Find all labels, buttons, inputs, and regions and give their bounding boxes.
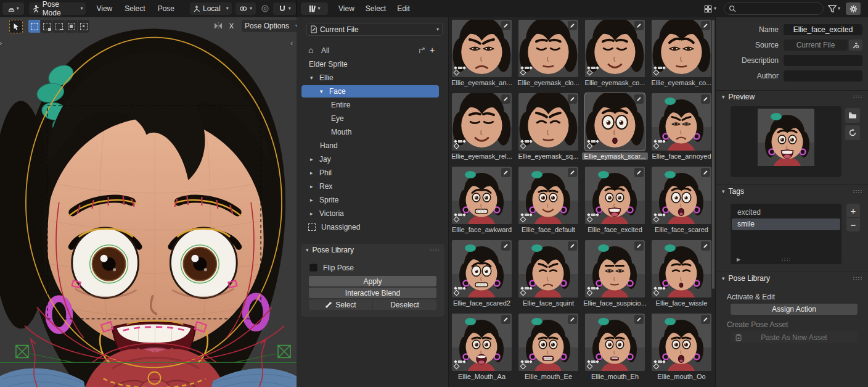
list-resize-grip[interactable]: [781, 258, 790, 262]
asset-action-overlay-icon: [521, 287, 532, 295]
catalog-item-face[interactable]: ▾Face: [297, 85, 449, 98]
asset-thumbnail[interactable]: [585, 167, 645, 224]
viewport-menu-select[interactable]: Select: [119, 0, 150, 17]
asset-thumbnail[interactable]: [518, 93, 578, 151]
active-tool-button[interactable]: [9, 20, 23, 33]
asset-thumbnail[interactable]: [518, 314, 578, 371]
asset-thumbnail[interactable]: [452, 20, 512, 77]
panel-drag-grip[interactable]: [853, 95, 862, 99]
viewport-canvas[interactable]: X Pose Options ▾ › ‹: [0, 17, 297, 387]
preview-panel-header[interactable]: ▾ Preview: [722, 93, 862, 101]
preview-refresh-button[interactable]: [845, 125, 860, 140]
tree-expanded-icon[interactable]: ▾: [310, 75, 318, 81]
source-tools-button[interactable]: [849, 40, 862, 51]
catalog-item-elder-sprite[interactable]: Elder Sprite: [297, 58, 449, 70]
catalog-item-phil[interactable]: ▸Phil: [297, 167, 449, 179]
asset-thumbnail[interactable]: [585, 314, 645, 371]
pose-library-panel-header[interactable]: ▾ Pose Library: [301, 244, 444, 256]
deselect-bones-button[interactable]: Deselect: [373, 299, 436, 310]
select-bones-button[interactable]: Select: [309, 299, 372, 310]
tree-collapsed-icon[interactable]: ▸: [310, 210, 318, 217]
asset-thumbnail[interactable]: [652, 20, 711, 77]
author-field[interactable]: [784, 70, 862, 81]
proportional-editing-icon[interactable]: [261, 4, 269, 13]
asset-action-overlay-icon: [588, 214, 599, 222]
display-settings-button[interactable]: ▾: [702, 2, 719, 15]
asset-thumbnail[interactable]: [585, 240, 645, 298]
snap-dropdown[interactable]: ▾: [273, 2, 296, 15]
asset-thumbnail[interactable]: [452, 240, 512, 298]
viewport-menu-view[interactable]: View: [91, 0, 118, 17]
mode-dropdown[interactable]: Pose Mode ▾: [29, 2, 86, 15]
transform-orientation-dropdown[interactable]: Local ▾: [190, 2, 232, 15]
browser-menu-edit[interactable]: Edit: [391, 0, 416, 17]
pivot-point-dropdown[interactable]: ▾: [235, 2, 256, 15]
asset-thumbnail[interactable]: [585, 20, 645, 77]
panel-drag-grip[interactable]: [853, 189, 862, 193]
add-catalog-button[interactable]: +: [430, 45, 435, 55]
preview-load-button[interactable]: [845, 108, 860, 123]
catalog-item-unassigned[interactable]: Unassigned: [297, 221, 449, 233]
tag-remove-button[interactable]: −: [846, 218, 860, 231]
mirror-x-toggle[interactable]: X: [226, 20, 237, 31]
flip-pose-checkbox[interactable]: [309, 263, 318, 272]
browser-menu-select[interactable]: Select: [360, 0, 391, 17]
catalog-item-mouth[interactable]: Mouth: [297, 126, 449, 138]
filter-button[interactable]: ▾: [828, 5, 840, 13]
region-collapse-right-icon[interactable]: ‹: [290, 38, 293, 48]
asset-thumbnail[interactable]: [652, 314, 711, 371]
tags-filter-expand-icon[interactable]: ▶: [737, 257, 740, 262]
assign-action-button[interactable]: Assign Action: [731, 304, 858, 315]
asset-thumbnail[interactable]: [585, 93, 645, 151]
viewport-menu-pose[interactable]: Pose: [152, 0, 180, 17]
name-field[interactable]: Ellie_face_excited: [784, 24, 862, 35]
asset-thumbnail[interactable]: [652, 167, 711, 224]
select-box-intersect-button[interactable]: [78, 20, 89, 33]
tag-add-button[interactable]: +: [846, 204, 860, 217]
catalog-item-jay[interactable]: ▸Jay: [297, 153, 449, 165]
select-box-subtract-button[interactable]: [53, 20, 65, 33]
region-expand-left-icon[interactable]: ›: [0, 38, 2, 48]
panel-drag-grip[interactable]: [853, 277, 862, 280]
tree-expanded-icon[interactable]: ▾: [320, 88, 328, 94]
catalog-item-ellie[interactable]: ▾Ellie: [297, 72, 449, 84]
panel-drag-grip[interactable]: [430, 248, 440, 252]
select-box-invert-button[interactable]: [65, 20, 77, 33]
tree-collapsed-icon[interactable]: ▸: [310, 170, 318, 176]
tree-collapsed-icon[interactable]: ▸: [310, 183, 318, 189]
tree-collapsed-icon[interactable]: ▸: [310, 197, 318, 203]
catalog-item-sprite[interactable]: ▸Sprite: [297, 194, 449, 206]
search-box[interactable]: [724, 2, 824, 15]
asset-thumbnail[interactable]: [518, 20, 578, 77]
select-box-new-button[interactable]: [28, 20, 40, 33]
catalog-item-victoria[interactable]: ▸Victoria: [297, 207, 449, 220]
asset-thumbnail[interactable]: [518, 240, 578, 298]
asset-thumbnail[interactable]: [452, 93, 512, 151]
tag-item-smile[interactable]: smile: [732, 218, 840, 230]
catalog-item-eye[interactable]: Eye: [297, 112, 449, 125]
editor-type-button[interactable]: ▾: [2, 2, 24, 15]
asset-editor-type-button[interactable]: ▾: [301, 2, 328, 15]
asset-thumbnail[interactable]: [452, 314, 512, 371]
search-input[interactable]: [739, 4, 814, 14]
description-field[interactable]: [784, 55, 862, 66]
pose-options-dropdown[interactable]: Pose Options ▾: [242, 20, 297, 32]
interactive-blend-button[interactable]: Interactive Blend: [309, 288, 436, 298]
catalog-item-all[interactable]: ⌂All+: [297, 44, 449, 57]
pose-mirror-x-icon[interactable]: [213, 21, 223, 31]
catalog-item-rex[interactable]: ▸Rex: [297, 180, 449, 193]
tree-collapsed-icon[interactable]: ▸: [310, 156, 318, 162]
browser-settings-button[interactable]: [846, 2, 861, 15]
asset-thumbnail[interactable]: [652, 93, 711, 151]
catalog-item-hand[interactable]: Hand: [297, 139, 449, 152]
sidebar-pose-library-header[interactable]: ▾ Pose Library: [722, 274, 862, 283]
asset-thumbnail[interactable]: [518, 167, 578, 224]
tags-panel-header[interactable]: ▾ Tags: [722, 187, 862, 196]
tag-item-excited[interactable]: excited: [732, 207, 840, 218]
asset-thumbnail[interactable]: [452, 167, 512, 224]
apply-pose-button[interactable]: Apply: [309, 276, 436, 286]
browser-menu-view[interactable]: View: [333, 0, 360, 17]
asset-thumbnail[interactable]: [652, 240, 711, 298]
catalog-item-entire[interactable]: Entire: [297, 99, 449, 111]
select-box-extend-button[interactable]: [41, 20, 52, 33]
